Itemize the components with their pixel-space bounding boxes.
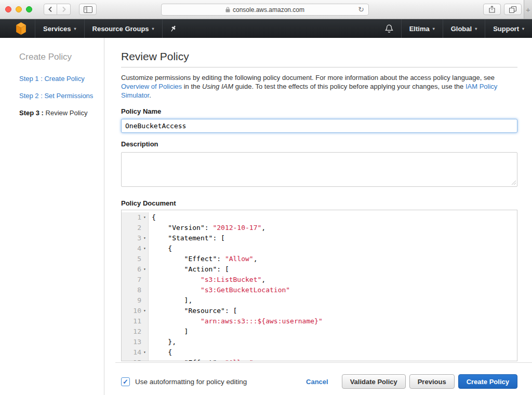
tabs-icon <box>509 6 516 13</box>
wizard-title: Create Policy <box>19 52 104 62</box>
line-number-gutter: 11 <box>122 316 149 326</box>
address-bar[interactable]: console.aws.amazon.com ↻ <box>161 4 369 16</box>
code-plain-token: "Statement": [ <box>152 234 225 242</box>
line-number-gutter: 12 <box>122 326 149 337</box>
line-number: 14 <box>133 347 141 358</box>
reload-icon[interactable]: ↻ <box>358 5 364 13</box>
sidebar-icon <box>84 6 92 13</box>
code-plain-token: ] <box>152 328 188 335</box>
nav-resource-groups-menu[interactable]: Resource Groups ▾ <box>85 19 162 38</box>
code-plain-token: { <box>152 244 172 252</box>
tab-overview-button[interactable] <box>504 4 522 15</box>
autoformat-checkbox[interactable]: ✓ <box>121 377 130 386</box>
line-number-gutter: 15 <box>122 358 149 361</box>
browser-chrome: console.aws.amazon.com ↻ + <box>0 0 532 19</box>
policy-document-editor[interactable]: 1▾{2 "Version": "2012-10-17",3▾ "Stateme… <box>121 210 517 361</box>
code-plain-token: ], <box>152 296 192 304</box>
fold-caret-icon[interactable]: ▾ <box>141 233 148 243</box>
close-window-button[interactable] <box>5 6 11 12</box>
intro-line-1: Customize permissions by editing the fol… <box>121 73 517 82</box>
code-plain-token: , <box>261 224 265 231</box>
line-number: 12 <box>133 326 141 337</box>
pin-shortcut-button[interactable] <box>163 19 184 38</box>
minimize-window-button[interactable] <box>16 6 22 12</box>
browser-back-button[interactable] <box>44 4 57 15</box>
previous-button[interactable]: Previous <box>409 374 455 389</box>
code-line: 15 "Effect": "Allow", <box>122 358 517 361</box>
line-number-gutter: 14▾ <box>122 347 149 358</box>
browser-forward-button[interactable] <box>57 4 71 15</box>
nav-account-menu[interactable]: Eltima ▾ <box>402 19 443 38</box>
nav-services-menu[interactable]: Services ▾ <box>35 19 84 38</box>
code-line: 11 "arn:aws:s3:::${aws:username}" <box>122 316 517 326</box>
code-line: 14▾ { <box>122 347 517 358</box>
line-number-gutter: 8 <box>122 285 149 295</box>
zoom-window-button[interactable] <box>26 6 32 12</box>
nav-resource-groups-label: Resource Groups <box>92 25 149 33</box>
fold-caret-icon[interactable]: ▾ <box>141 243 148 254</box>
cancel-link[interactable]: Cancel <box>306 378 328 386</box>
iam-policy-simulator-link-part2[interactable]: Simulator <box>121 91 149 99</box>
chevron-down-icon: ▾ <box>74 26 76 31</box>
notifications-button[interactable] <box>377 19 401 38</box>
step-3-label: Review Policy <box>46 109 88 117</box>
fold-caret-icon[interactable]: ▾ <box>141 347 148 358</box>
fold-caret-icon[interactable]: ▾ <box>141 212 148 223</box>
fold-caret-icon[interactable]: ▾ <box>141 264 148 275</box>
overview-of-policies-link[interactable]: Overview of Policies <box>121 83 182 90</box>
line-number-gutter: 13 <box>122 337 149 347</box>
policy-editor-lines: 1▾{2 "Version": "2012-10-17",3▾ "Stateme… <box>122 210 517 361</box>
iam-policy-simulator-link-part1[interactable]: IAM Policy <box>466 83 497 90</box>
autoformat-label: Use autoformatting for policy editing <box>135 378 247 386</box>
line-number: 8 <box>137 285 141 295</box>
step-1-link[interactable]: Step 1 : Create Policy <box>19 75 85 83</box>
line-number-gutter: 1▾ <box>122 212 149 223</box>
code-text: "Effect": "Allow", <box>149 358 258 361</box>
code-text: "Statement": [ <box>149 233 225 243</box>
check-icon: ✓ <box>123 378 128 386</box>
code-line: 7 "s3:ListBucket", <box>122 275 517 285</box>
intro-text-segment: guide. To test the effects of this polic… <box>233 83 466 90</box>
policy-name-label: Policy Name <box>121 107 517 115</box>
wizard-sidebar: Create Policy Step 1 : Create Policy Ste… <box>0 38 104 395</box>
line-number: 4 <box>137 243 141 254</box>
validate-policy-button[interactable]: Validate Policy <box>342 374 406 389</box>
intro-line-2: Overview of Policies in the Using IAM gu… <box>121 82 517 91</box>
sidebar-toggle-button[interactable] <box>79 4 97 15</box>
nav-region-menu[interactable]: Global ▾ <box>443 19 485 38</box>
code-text: { <box>149 212 156 223</box>
nav-support-menu[interactable]: Support ▾ <box>485 19 532 38</box>
aws-logo[interactable] <box>15 22 28 35</box>
share-button[interactable] <box>483 4 501 15</box>
intro-text-segment: in the <box>182 83 202 90</box>
code-line: 3▾ "Statement": [ <box>122 233 517 243</box>
line-number-gutter: 4▾ <box>122 243 149 254</box>
code-plain-token: , <box>261 276 265 283</box>
line-number: 7 <box>137 275 141 285</box>
description-textarea[interactable] <box>121 152 517 187</box>
line-number: 3 <box>137 233 141 243</box>
step-3-prefix: Step 3 : <box>19 109 46 117</box>
nav-services-label: Services <box>43 25 71 33</box>
code-line: 2 "Version": "2012-10-17", <box>122 223 517 233</box>
code-text: ], <box>149 295 192 306</box>
title-divider <box>121 67 517 67</box>
new-tab-button[interactable]: + <box>524 0 532 19</box>
line-number: 2 <box>137 223 141 233</box>
create-policy-button[interactable]: Create Policy <box>458 374 517 389</box>
fold-caret-icon[interactable]: ▾ <box>141 306 148 316</box>
intro-line-3: Simulator. <box>121 91 517 100</box>
code-text: "Effect": "Allow", <box>149 254 258 264</box>
code-text: ] <box>149 326 188 337</box>
line-number-gutter: 10▾ <box>122 306 149 316</box>
line-number: 10 <box>133 306 141 316</box>
sidebar-step-3-current: Step 3 : Review Policy <box>19 109 104 117</box>
nav-support-label: Support <box>493 25 519 33</box>
code-text: { <box>149 347 172 358</box>
step-2-link[interactable]: Step 2 : Set Permissions <box>19 92 93 100</box>
policy-name-input[interactable] <box>121 119 517 133</box>
line-number: 6 <box>137 264 141 275</box>
pin-icon <box>170 25 177 33</box>
main-content: Review Policy Customize permissions by e… <box>104 38 532 395</box>
url-text: console.aws.amazon.com <box>233 6 304 13</box>
